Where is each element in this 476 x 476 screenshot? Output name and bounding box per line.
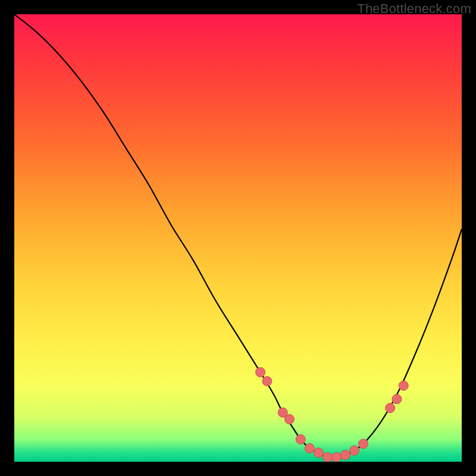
curve-marker <box>392 394 402 404</box>
curve-marker <box>399 381 408 390</box>
curve-marker <box>340 450 350 460</box>
curve-marker <box>386 403 395 413</box>
bottleneck-curve <box>14 14 462 458</box>
curve-marker <box>359 439 368 449</box>
chart-frame <box>14 14 462 462</box>
curve-marker <box>262 377 272 386</box>
curve-marker <box>331 452 341 462</box>
chart-svg <box>14 14 462 462</box>
curve-marker <box>284 415 294 424</box>
curve-marker <box>296 434 305 444</box>
curve-marker <box>350 446 359 455</box>
curve-marker <box>305 443 314 453</box>
curve-marker <box>322 452 332 462</box>
watermark-text: TheBottleneck.com <box>357 1 471 17</box>
curve-marker <box>256 368 265 377</box>
curve-marker <box>314 448 323 458</box>
